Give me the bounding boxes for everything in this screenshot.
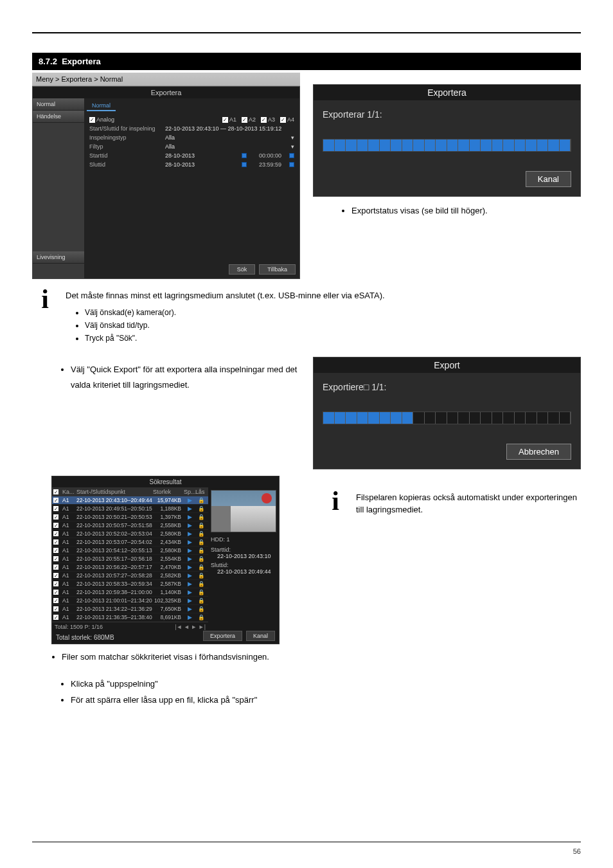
lock-icon[interactable]: 🔒 <box>195 514 207 520</box>
dialog2-cancel-button[interactable]: Abbrechen <box>506 444 571 460</box>
play-icon[interactable]: ▶ <box>184 514 195 520</box>
table-row[interactable]: ✓A122-10-2013 20:52:02--20:53:042,580KB▶… <box>52 530 208 538</box>
table-row[interactable]: ✓A122-10-2013 20:59:38--21:00:001,140KB▶… <box>52 588 208 597</box>
row1-label: Start/Sluttid för inspelning <box>89 125 160 132</box>
results-export-button[interactable]: Exportera <box>203 631 242 641</box>
bullet-playback: Klicka på "uppspelning" <box>71 676 581 692</box>
dropdown-icon[interactable]: ▾ <box>291 143 294 150</box>
chk-a3[interactable]: ✓A3 <box>261 116 275 123</box>
top-rule <box>32 32 581 33</box>
play-icon[interactable]: ▶ <box>184 547 195 554</box>
play-icon[interactable]: ▶ <box>184 564 195 570</box>
tab-normal[interactable]: Normal <box>87 101 116 111</box>
lock-icon[interactable]: 🔒 <box>195 530 207 537</box>
export-window: Exportera Normal Händelse Livevisning No… <box>32 86 300 279</box>
lock-icon[interactable]: 🔒 <box>195 547 207 554</box>
row3-val[interactable]: Alla <box>165 143 286 150</box>
lock-icon[interactable]: 🔒 <box>195 597 207 604</box>
info1-b3: Tryck på "Sök". <box>85 332 581 345</box>
lock-icon[interactable]: 🔒 <box>195 539 207 545</box>
export-window-title: Exportera <box>33 87 299 98</box>
head-play: Sp... <box>184 489 195 495</box>
dialog1-progress <box>323 139 571 152</box>
bottom-rule <box>32 842 581 842</box>
chk-a4[interactable]: ✓A4 <box>280 116 294 123</box>
table-row[interactable]: ✓A122-10-2013 20:50:21--20:50:531,397KB▶… <box>52 513 208 521</box>
dialog2-progress <box>323 411 571 424</box>
table-row[interactable]: ✓A122-10-2013 20:54:12--20:55:132,580KB▶… <box>52 547 208 555</box>
lock-icon[interactable]: 🔒 <box>195 564 207 570</box>
lock-icon[interactable]: 🔒 <box>195 505 207 512</box>
preview-image <box>211 490 276 532</box>
table-row[interactable]: ✓A122-10-2013 20:58:33--20:59:342,587KB▶… <box>52 580 208 588</box>
preview-start-val: 22-10-2013 20:43:10 <box>211 553 276 559</box>
play-icon[interactable]: ▶ <box>184 581 195 587</box>
dialog2-title: Export <box>314 357 580 373</box>
dropdown-icon[interactable]: ▾ <box>291 134 294 141</box>
lock-icon[interactable]: 🔒 <box>195 606 207 612</box>
table-row[interactable]: ✓A122-10-2013 20:49:51--20:50:151,188KB▶… <box>52 505 208 513</box>
pager[interactable]: |◄ ◄ ► ►| <box>175 624 206 630</box>
lock-icon[interactable]: 🔒 <box>195 614 207 620</box>
chk-a2[interactable]: ✓A2 <box>242 116 256 123</box>
play-icon[interactable]: ▶ <box>184 556 195 562</box>
dialog1-cancel-button[interactable]: Kanal <box>526 171 571 187</box>
table-row[interactable]: ✓A122-10-2013 20:53:07--20:54:022,434KB▶… <box>52 538 208 547</box>
sidebar-item-event[interactable]: Händelse <box>33 111 84 123</box>
table-row[interactable]: ✓A122-10-2013 20:50:57--20:51:582,558KB▶… <box>52 521 208 530</box>
dialog2-status: Exportiere□ 1/1: <box>323 382 571 392</box>
table-row[interactable]: ✓A122-10-2013 21:34:22--21:36:297,650KB▶… <box>52 605 208 613</box>
row5-time[interactable]: 23:59:59 <box>259 161 281 168</box>
row1-val: 22-10-2013 20:43:10 — 28-10-2013 15:19:1… <box>165 125 294 132</box>
info1-b2: Välj önskad tid/typ. <box>85 319 581 332</box>
table-row[interactable]: ✓A122-10-2013 20:55:17--20:56:182,554KB▶… <box>52 555 208 563</box>
row4-date[interactable]: 28-10-2013 <box>165 152 236 159</box>
chk-analog[interactable]: ✓Analog <box>89 116 114 123</box>
results-cancel-button[interactable]: Kanal <box>246 631 275 641</box>
table-row[interactable]: ✓A122-10-2013 20:43:10--20:49:4415,974KB… <box>52 496 208 505</box>
play-icon[interactable]: ▶ <box>184 522 195 529</box>
head-lock: Lås <box>195 489 207 495</box>
calendar-icon[interactable] <box>242 153 247 158</box>
row5-date[interactable]: 28-10-2013 <box>165 161 236 168</box>
play-icon[interactable]: ▶ <box>184 497 195 503</box>
lock-icon[interactable]: 🔒 <box>195 589 207 595</box>
search-button[interactable]: Sök <box>229 264 256 275</box>
play-icon[interactable]: ▶ <box>184 614 195 620</box>
row4-time[interactable]: 00:00:00 <box>259 152 281 159</box>
play-icon[interactable]: ▶ <box>184 505 195 512</box>
table-row[interactable]: ✓A122-10-2013 21:36:35--21:38:408,691KB▶… <box>52 613 208 622</box>
preview-end-val: 22-10-2013 20:49:44 <box>211 568 276 575</box>
play-icon[interactable]: ▶ <box>184 606 195 612</box>
lock-icon[interactable]: 🔒 <box>195 497 207 503</box>
calendar-icon[interactable] <box>242 162 247 167</box>
page-number: 56 <box>573 847 581 855</box>
play-icon[interactable]: ▶ <box>184 597 195 604</box>
lock-icon[interactable]: 🔒 <box>195 556 207 562</box>
play-icon[interactable]: ▶ <box>184 539 195 545</box>
row2-val[interactable]: Alla <box>165 134 286 141</box>
chk-a1[interactable]: ✓A1 <box>222 116 236 123</box>
row5-label: Sluttid <box>89 161 160 168</box>
breadcrumb: Meny > Exportera > Normal <box>32 73 300 86</box>
table-row[interactable]: ✓A122-10-2013 21:00:01--21:34:20102,325K… <box>52 597 208 605</box>
bullet-search-preview: Filer som matchar sökkriteriet visas i f… <box>62 649 310 665</box>
clock-icon[interactable] <box>289 153 294 158</box>
table-row[interactable]: ✓A122-10-2013 20:56:22--20:57:172,470KB▶… <box>52 563 208 572</box>
back-button[interactable]: Tillbaka <box>259 264 296 275</box>
head-time: Start-/Sluttidspunkt <box>76 489 153 495</box>
lock-icon[interactable]: 🔒 <box>195 581 207 587</box>
label-a2: A2 <box>249 116 256 123</box>
preview-hdd: HDD: 1 <box>211 536 276 543</box>
lock-icon[interactable]: 🔒 <box>195 572 207 579</box>
clock-icon[interactable] <box>289 162 294 167</box>
results-title: Sökresultat <box>52 476 279 487</box>
table-row[interactable]: ✓A122-10-2013 20:57:27--20:58:282,582KB▶… <box>52 572 208 580</box>
sidebar-item-live[interactable]: Livevisning <box>33 251 84 264</box>
row3-label: Filtyp <box>89 143 160 150</box>
lock-icon[interactable]: 🔒 <box>195 522 207 529</box>
play-icon[interactable]: ▶ <box>184 589 195 595</box>
sidebar-item-normal[interactable]: Normal <box>33 98 84 111</box>
play-icon[interactable]: ▶ <box>184 530 195 537</box>
play-icon[interactable]: ▶ <box>184 572 195 579</box>
